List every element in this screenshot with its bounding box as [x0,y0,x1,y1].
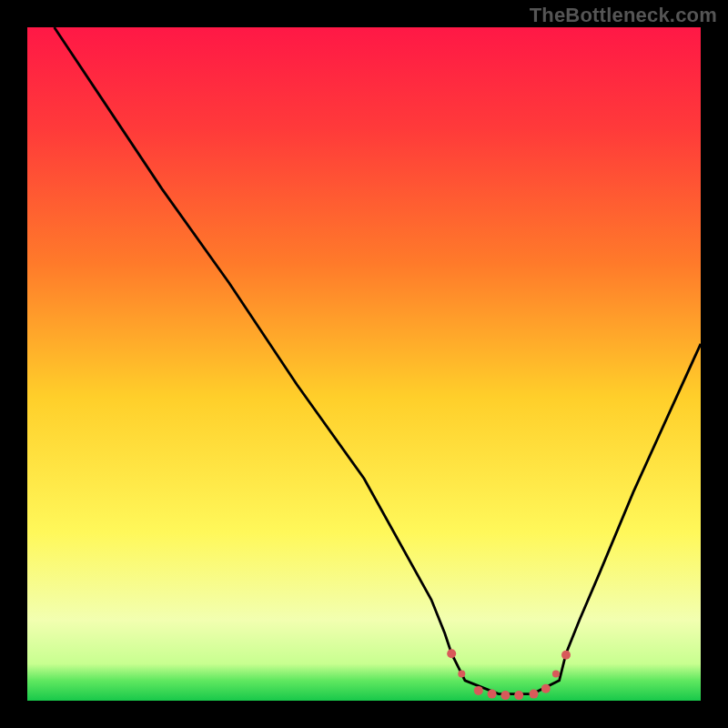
optimal-marker [514,691,523,700]
watermark-text: TheBottleneck.com [530,4,717,27]
optimal-marker [561,651,571,660]
optimal-marker [447,649,456,658]
optimal-marker [530,690,539,699]
chart-frame: TheBottleneck.com [0,0,728,728]
optimal-marker [500,691,510,700]
optimal-marker [541,684,551,693]
plot-background [27,27,701,701]
optimal-marker [552,670,560,677]
optimal-marker [488,690,497,699]
optimal-marker [458,670,465,677]
bottleneck-chart [0,0,728,728]
optimal-marker [474,686,483,695]
